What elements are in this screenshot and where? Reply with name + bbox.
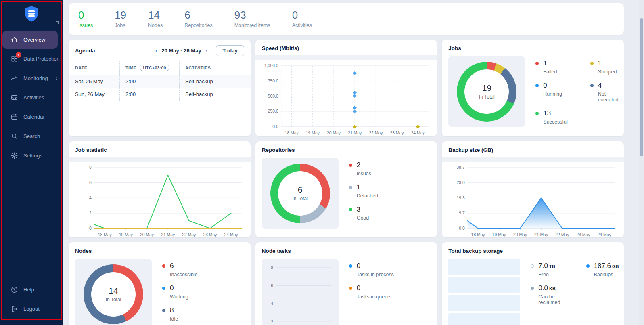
agenda-col-time: TIME UTC+03:00 (119, 61, 179, 75)
card-speed: Speed (Mbit/s) 0.0250.0500.0750.01,000.0… (255, 40, 437, 136)
node-tasks-panel: 86420 (262, 259, 339, 325)
repositories-donut-chart: 6In Total2Issues1Detached3Good (262, 158, 431, 229)
storage-block (448, 277, 520, 293)
stat-repositories[interactable]: 6Repositories (184, 10, 212, 28)
help-icon (10, 286, 18, 294)
legend-label: Running (543, 91, 562, 97)
svg-text:22 May: 22 May (369, 131, 383, 135)
agenda-row: Sat, 25 May2:00Self-backup (69, 75, 251, 88)
app-logo-shield-icon[interactable] (23, 5, 40, 24)
donut-total-label: In Total (292, 196, 307, 201)
sidebar-item-label: Data Protection (23, 56, 60, 62)
legend-color-dot (162, 264, 165, 268)
stat-monitored-items[interactable]: 93Monitored items (234, 10, 270, 28)
stat-value: 0 (78, 10, 93, 20)
stat-label: Issues (78, 23, 93, 28)
sidebar-item-label: Calendar (23, 114, 45, 120)
legend-text: 3Good (357, 205, 369, 221)
legend-label: Working (170, 294, 188, 300)
today-button[interactable]: Today (216, 45, 244, 56)
stat-activities[interactable]: 0Activities (292, 10, 312, 28)
agenda-cell-time: 2:00 (119, 75, 179, 88)
stat-issues[interactable]: 0Issues (78, 10, 93, 28)
nodes-donut-chart: 14In Total6Inaccessible0Working8Idle (75, 259, 244, 325)
sidebar-footer: HelpLogout (0, 280, 63, 325)
page-scrollbar-thumb[interactable] (640, 18, 643, 156)
stat-value: 14 (148, 10, 163, 20)
inbox-icon (10, 94, 18, 101)
svg-text:21 May: 21 May (348, 131, 362, 135)
legend-value: 0 (170, 284, 188, 292)
legend-label: Free (538, 272, 555, 277)
agenda-next-button[interactable]: › (203, 47, 210, 54)
legend-label: Idle (170, 316, 178, 322)
agenda-prev-button[interactable]: ‹ (153, 47, 160, 54)
svg-text:0.0: 0.0 (272, 124, 278, 129)
legend-label: Successful (543, 119, 567, 125)
card-nodes: Nodes 14In Total6Inaccessible0Working8Id… (69, 242, 251, 325)
legend-text: 0Running (543, 82, 562, 103)
sidebar-collapse-handle-icon[interactable] (56, 21, 59, 24)
legend-color-dot (535, 62, 539, 65)
legend-label: Tasks in process (357, 272, 394, 277)
sidebar-item-search[interactable]: Search (0, 126, 63, 146)
storage-block (448, 313, 520, 325)
legend-label: Inaccessible (170, 272, 198, 277)
svg-text:19 May: 19 May (492, 233, 506, 237)
sidebar-item-logout[interactable]: Logout (0, 299, 63, 319)
repositories-title: Repositories (262, 147, 431, 153)
card-backup-size: Backup size (GB) 0.09.719.329.038.718 Ma… (442, 141, 624, 237)
svg-text:18 May: 18 May (98, 233, 112, 237)
card-node-tasks: Node tasks 864200Tasks in process0Tasks … (255, 242, 437, 325)
sidebar-item-help[interactable]: Help (0, 280, 63, 299)
storage-chart: 7.0TBFree187.6GBBackups0.0KBCan be recla… (448, 259, 617, 325)
summary-stats-bar: 0Issues19Jobs14Nodes6Repositories93Monit… (69, 3, 624, 35)
search-icon (10, 132, 18, 140)
stat-label: Nodes (148, 23, 163, 28)
notification-badge: 1 (16, 52, 21, 58)
legend-color-dot (531, 264, 534, 268)
legend-color-dot (535, 84, 539, 87)
sidebar-item-settings[interactable]: Settings (0, 146, 63, 165)
sidebar-item-monitoring[interactable]: Monitoring (0, 68, 63, 88)
page-scrollbar-track[interactable] (639, 0, 644, 325)
legend-item: 187.6GBBackups (586, 262, 619, 277)
stat-nodes[interactable]: 14Nodes (148, 10, 163, 28)
donut-panel: 19In Total (448, 56, 525, 127)
legend-text: 1Failed (543, 59, 557, 75)
sidebar-item-overview[interactable]: Overview (2, 31, 58, 49)
stat-jobs[interactable]: 19Jobs (115, 10, 126, 28)
legend-item: 13Successful (535, 109, 567, 125)
legend: 2Issues1Detached3Good (349, 161, 378, 229)
legend-text: 1Stopped (598, 59, 617, 75)
agenda-cell-date: Sat, 25 May (69, 75, 119, 88)
legend-color-dot (531, 287, 534, 290)
agenda-date-range: 20 May - 26 May (161, 48, 201, 54)
sidebar-item-label: Search (23, 133, 40, 139)
legend-text: 0Tasks in queue (357, 284, 390, 300)
legend-text: 4Not executed (598, 82, 619, 103)
sidebar-item-calendar[interactable]: Calendar (0, 107, 63, 126)
chart-strip (442, 157, 624, 162)
stat-label: Jobs (115, 23, 126, 28)
svg-text:22 May: 22 May (556, 233, 570, 237)
legend-value: 0.0KB (538, 284, 560, 292)
total-backup-storage-title: Total backup storage (448, 248, 617, 254)
svg-text:18 May: 18 May (284, 131, 299, 135)
chevron-left-icon[interactable] (53, 75, 59, 81)
agenda-cell-date: Sun, 26 May (69, 88, 119, 101)
stat-value: 0 (292, 10, 312, 20)
legend-item: 0Tasks in queue (349, 284, 394, 300)
agenda-cell-activity: Self-backup (179, 75, 251, 88)
job-statistic-title: Job statistic (75, 147, 244, 153)
legend-item: 0Working (162, 284, 198, 300)
svg-text:20 May: 20 May (513, 233, 527, 237)
legend: 0Tasks in process0Tasks in queue (349, 262, 394, 325)
sidebar-item-data-protection[interactable]: 1Data Protection (0, 49, 63, 68)
jobs-donut-chart: 19In Total1Failed0Running13Successful1St… (448, 56, 617, 127)
sidebar-item-activities[interactable]: Activities (0, 88, 63, 107)
svg-text:4: 4 (89, 196, 92, 200)
svg-text:1,000.0: 1,000.0 (264, 63, 278, 68)
legend-item: 0.0KBCan be reclaimed (531, 284, 560, 305)
job-statistic-chart: 0246818 May19 May20 May21 May22 May23 Ma… (75, 163, 244, 237)
